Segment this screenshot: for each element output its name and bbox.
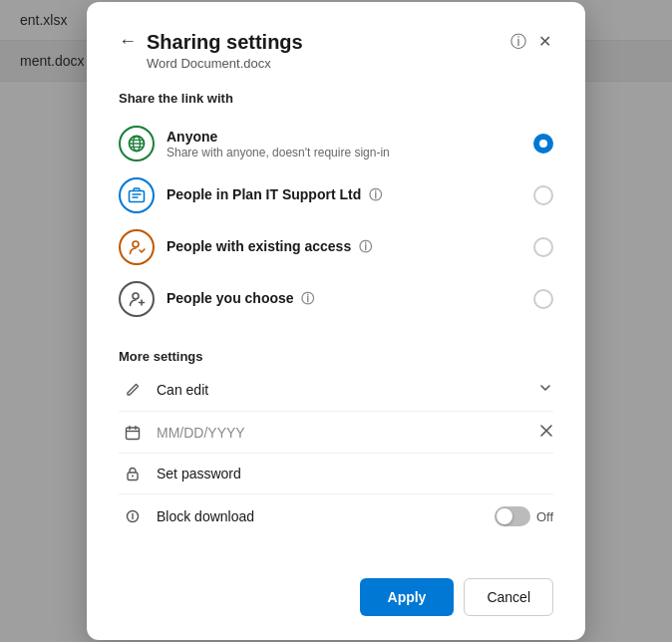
svg-rect-5	[130, 191, 145, 202]
block-download-row[interactable]: Block download Off	[119, 494, 553, 538]
dialog-header: ← Sharing settings Word Document.docx ⓘ …	[119, 30, 553, 71]
svg-rect-8	[127, 428, 140, 440]
org-icon	[119, 177, 155, 213]
org-name: People in Plan IT Support Ltd ⓘ	[167, 186, 533, 204]
choose-name: People you choose ⓘ	[167, 290, 533, 308]
set-password-row[interactable]: Set password	[119, 454, 553, 494]
edit-chevron	[537, 380, 553, 399]
header-actions: ⓘ ✕	[508, 32, 553, 52]
can-edit-text: Can edit	[157, 382, 537, 398]
anyone-radio[interactable]	[533, 134, 553, 154]
block-download-toggle-label: Off	[536, 509, 553, 524]
choose-icon	[119, 281, 155, 317]
svg-point-10	[132, 476, 134, 478]
apply-button[interactable]: Apply	[360, 578, 455, 616]
cancel-button[interactable]: Cancel	[464, 578, 553, 616]
share-option-choose[interactable]: People you choose ⓘ	[119, 273, 553, 325]
existing-radio[interactable]	[533, 237, 553, 257]
org-text: People in Plan IT Support Ltd ⓘ	[167, 186, 533, 204]
anyone-name: Anyone	[167, 129, 533, 145]
date-text: MM/DD/YYYY	[157, 425, 539, 441]
block-download-toggle[interactable]	[495, 506, 530, 526]
back-button[interactable]: ←	[119, 32, 137, 50]
svg-point-6	[133, 241, 139, 247]
pencil-icon	[119, 382, 147, 398]
date-row[interactable]: MM/DD/YYYY	[119, 412, 553, 454]
share-option-existing[interactable]: People with existing access ⓘ	[119, 221, 553, 273]
globe-icon	[119, 126, 155, 161]
choose-text: People you choose ⓘ	[167, 290, 533, 308]
svg-point-7	[133, 293, 139, 299]
anyone-text: Anyone Share with anyone, doesn't requir…	[167, 129, 533, 160]
share-option-anyone[interactable]: Anyone Share with anyone, doesn't requir…	[119, 118, 553, 169]
existing-text: People with existing access ⓘ	[167, 238, 533, 256]
org-info-icon[interactable]: ⓘ	[369, 187, 382, 202]
existing-icon	[119, 229, 155, 265]
date-close-icon[interactable]	[539, 424, 553, 441]
can-edit-row[interactable]: Can edit	[119, 368, 553, 412]
more-settings-label: More settings	[119, 349, 553, 364]
info-button[interactable]: ⓘ	[508, 32, 528, 52]
existing-info-icon[interactable]: ⓘ	[359, 239, 372, 254]
block-download-toggle-container: Off	[495, 506, 553, 526]
title-group: Sharing settings Word Document.docx	[147, 30, 508, 71]
dialog-title: Sharing settings	[147, 30, 508, 54]
choose-radio[interactable]	[533, 289, 553, 309]
calendar-icon	[119, 425, 147, 441]
close-button[interactable]: ✕	[536, 32, 553, 52]
dialog-subtitle: Word Document.docx	[147, 56, 508, 71]
lock-icon	[119, 466, 147, 482]
choose-info-icon[interactable]: ⓘ	[301, 291, 314, 306]
block-download-text: Block download	[157, 508, 495, 524]
anyone-desc: Share with anyone, doesn't require sign-…	[167, 146, 533, 160]
sharing-settings-dialog: ← Sharing settings Word Document.docx ⓘ …	[87, 2, 585, 640]
org-radio[interactable]	[533, 185, 553, 205]
share-section-label: Share the link with	[119, 91, 553, 106]
existing-name: People with existing access ⓘ	[167, 238, 533, 256]
block-icon	[119, 508, 147, 524]
dialog-footer: Apply Cancel	[119, 562, 553, 616]
share-options-section: Share the link with Anyone Share with an…	[119, 91, 553, 325]
share-option-org[interactable]: People in Plan IT Support Ltd ⓘ	[119, 169, 553, 221]
password-text: Set password	[157, 466, 553, 482]
more-settings-section: More settings Can edit	[119, 349, 553, 538]
